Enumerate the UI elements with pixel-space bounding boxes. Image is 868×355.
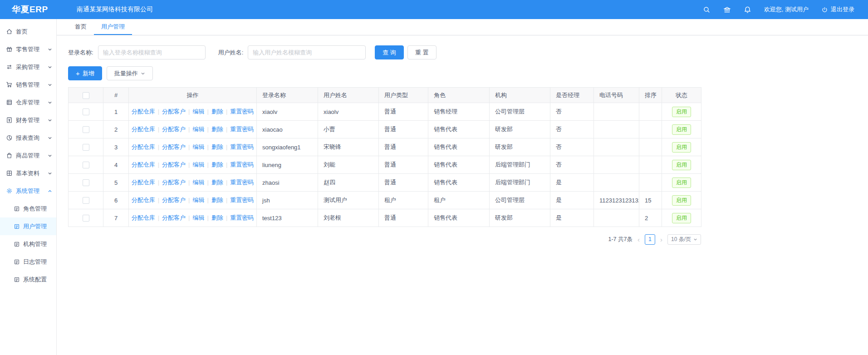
edit-link[interactable]: 编辑 xyxy=(193,126,205,133)
row-actions: 分配仓库|分配客户|编辑|删除|重置密码 xyxy=(129,103,257,121)
sidebar-item-config[interactable]: 系统配置 xyxy=(0,271,56,288)
manager-cell: 是 xyxy=(550,174,594,192)
assign-customer-link[interactable]: 分配客户 xyxy=(162,126,186,133)
add-button[interactable]: + 新增 xyxy=(68,66,102,80)
search-icon[interactable] xyxy=(703,6,711,14)
page-number-button[interactable]: 1 xyxy=(645,234,655,245)
sidebar-item-label: 采购管理 xyxy=(16,63,39,71)
reset-password-link[interactable]: 重置密码 xyxy=(230,179,254,186)
assign-customer-link[interactable]: 分配客户 xyxy=(162,197,186,203)
role-cell: 销售经理 xyxy=(428,103,490,121)
delete-link[interactable]: 删除 xyxy=(211,197,223,203)
logout-button[interactable]: 退出登录 xyxy=(821,5,854,14)
sidebar-item-sales[interactable]: 销售管理 xyxy=(0,76,56,94)
user-table: #操作登录名称用户姓名用户类型角色机构是否经理电话号码排序状态 1分配仓库|分配… xyxy=(68,87,701,227)
assign-warehouse-link[interactable]: 分配仓库 xyxy=(132,126,155,133)
reset-password-link[interactable]: 重置密码 xyxy=(230,108,254,115)
sidebar-item-purchase[interactable]: 采购管理 xyxy=(0,58,56,76)
prev-page-button[interactable]: ‹ xyxy=(637,236,641,243)
reset-password-link[interactable]: 重置密码 xyxy=(230,197,254,203)
action-divider: | xyxy=(188,143,190,150)
row-checkbox[interactable] xyxy=(83,144,89,151)
delete-link[interactable]: 删除 xyxy=(211,143,223,150)
action-divider: | xyxy=(226,108,227,115)
next-page-button[interactable]: › xyxy=(659,236,663,243)
query-button[interactable]: 查 询 xyxy=(375,45,404,59)
action-divider: | xyxy=(188,108,190,115)
user-name-input[interactable] xyxy=(248,45,366,59)
assign-warehouse-link[interactable]: 分配仓库 xyxy=(132,108,155,115)
bank-icon[interactable] xyxy=(723,6,731,14)
sidebar-item-warehouse[interactable]: 仓库管理 xyxy=(0,94,56,111)
delete-link[interactable]: 删除 xyxy=(211,214,223,221)
bell-icon[interactable] xyxy=(744,6,751,14)
edit-link[interactable]: 编辑 xyxy=(193,108,205,115)
delete-link[interactable]: 删除 xyxy=(211,108,223,115)
assign-customer-link[interactable]: 分配客户 xyxy=(162,108,186,115)
app-logo[interactable]: 华夏ERP xyxy=(0,4,57,15)
login-name-cell: xiaolv xyxy=(257,103,318,121)
phone-cell: 1123123123132 xyxy=(594,192,639,209)
phone-cell xyxy=(594,156,639,174)
assign-warehouse-link[interactable]: 分配仓库 xyxy=(132,143,155,150)
pagination: 1-7 共7条 ‹ 1 › 10 条/页 xyxy=(68,234,701,245)
delete-link[interactable]: 删除 xyxy=(211,179,223,186)
reset-password-link[interactable]: 重置密码 xyxy=(230,161,254,168)
edit-link[interactable]: 编辑 xyxy=(193,197,205,203)
welcome-text: 欢迎您, 测试用户 xyxy=(764,5,809,14)
row-checkbox[interactable] xyxy=(83,126,89,133)
edit-link[interactable]: 编辑 xyxy=(193,161,205,168)
chevron-down-icon xyxy=(693,237,697,242)
row-checkbox[interactable] xyxy=(83,108,89,115)
edit-link[interactable]: 编辑 xyxy=(193,143,205,150)
assign-customer-link[interactable]: 分配客户 xyxy=(162,161,186,168)
tab-home[interactable]: 首页 xyxy=(68,19,94,35)
assign-customer-link[interactable]: 分配客户 xyxy=(162,179,186,186)
user-name-cell: 刘能 xyxy=(318,156,379,174)
delete-link[interactable]: 删除 xyxy=(211,126,223,133)
action-divider: | xyxy=(226,197,227,203)
assign-customer-link[interactable]: 分配客户 xyxy=(162,143,186,150)
user-name-cell: 宋晓锋 xyxy=(318,138,379,156)
tab-user-management[interactable]: 用户管理 xyxy=(94,19,132,35)
sidebar-item-label: 机构管理 xyxy=(23,240,47,248)
edit-link[interactable]: 编辑 xyxy=(193,214,205,221)
topbar: 华夏ERP 南通某某网络科技有限公司 欢迎您, 测试用户 退出登录 xyxy=(0,0,868,19)
reset-button[interactable]: 重 置 xyxy=(407,45,436,59)
sidebar-item-user[interactable]: 用户管理 xyxy=(0,217,56,235)
page-size-select[interactable]: 10 条/页 xyxy=(667,234,701,245)
delete-link[interactable]: 删除 xyxy=(211,161,223,168)
sidebar-item-role[interactable]: 角色管理 xyxy=(0,200,56,217)
sidebar-item-finance[interactable]: 财务管理 xyxy=(0,111,56,129)
edit-link[interactable]: 编辑 xyxy=(193,179,205,186)
row-checkbox[interactable] xyxy=(83,215,89,222)
sidebar-item-system[interactable]: 系统管理 xyxy=(0,182,56,200)
assign-warehouse-link[interactable]: 分配仓库 xyxy=(132,179,155,186)
sidebar-item-basic[interactable]: 基本资料 xyxy=(0,164,56,182)
row-checkbox[interactable] xyxy=(83,162,89,168)
row-checkbox[interactable] xyxy=(83,179,89,186)
user-name-cell: xiaolv xyxy=(318,103,379,121)
sidebar-item-retail[interactable]: 零售管理 xyxy=(0,40,56,58)
sidebar-item-home[interactable]: 首页 xyxy=(0,23,56,40)
assign-warehouse-link[interactable]: 分配仓库 xyxy=(132,161,155,168)
sidebar-item-log[interactable]: 日志管理 xyxy=(0,253,56,271)
batch-operation-button[interactable]: 批量操作 xyxy=(107,66,153,80)
login-name-input[interactable] xyxy=(98,45,206,59)
chevron-up-icon xyxy=(48,189,52,193)
chevron-down-icon xyxy=(48,65,52,69)
action-divider: | xyxy=(226,161,227,168)
sidebar-item-org[interactable]: 机构管理 xyxy=(0,235,56,253)
assign-customer-link[interactable]: 分配客户 xyxy=(162,214,186,221)
sidebar-item-goods[interactable]: 商品管理 xyxy=(0,147,56,164)
reset-password-link[interactable]: 重置密码 xyxy=(230,126,254,133)
sidebar-item-report[interactable]: 报表查询 xyxy=(0,129,56,147)
assign-warehouse-link[interactable]: 分配仓库 xyxy=(132,197,155,203)
reset-password-link[interactable]: 重置密码 xyxy=(230,214,254,221)
cart-icon xyxy=(6,81,13,88)
reset-password-link[interactable]: 重置密码 xyxy=(230,143,254,150)
org-cell: 研发部 xyxy=(490,209,550,227)
select-all-checkbox[interactable] xyxy=(83,92,89,99)
row-checkbox[interactable] xyxy=(83,197,89,204)
assign-warehouse-link[interactable]: 分配仓库 xyxy=(132,214,155,221)
